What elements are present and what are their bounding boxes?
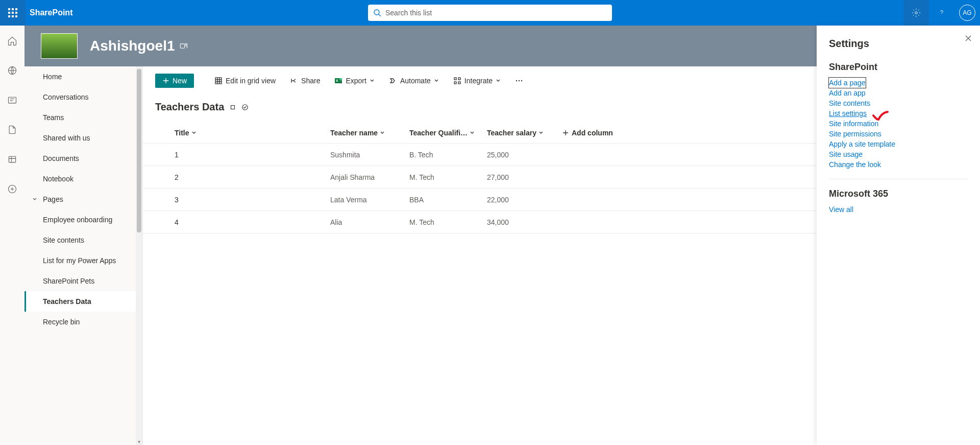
avatar-button[interactable]: AG [954,0,980,26]
teams-icon [179,41,189,51]
app-rail [0,26,24,66]
svg-point-2 [915,12,918,14]
svg-point-8 [186,43,187,45]
rail-home-icon[interactable] [0,32,24,50]
svg-rect-7 [181,44,185,48]
settings-panel: Settings SharePoint Add a page Add an ap… [817,26,980,66]
site-logo[interactable] [41,33,78,59]
search-container [368,5,612,21]
site-title: Ashishgoel1 [90,38,189,54]
rail-globe-icon[interactable] [0,61,24,66]
header-actions: AG [903,0,980,26]
search-icon [373,9,381,17]
close-icon [965,35,972,42]
settings-button[interactable] [903,0,929,26]
panel-section-sharepoint: SharePoint [829,62,968,66]
search-input[interactable] [368,5,612,21]
svg-line-1 [379,14,381,16]
svg-point-0 [374,10,379,15]
waffle-icon [8,8,17,17]
site-title-text[interactable]: Ashishgoel1 [90,38,175,54]
app-launcher-button[interactable] [0,0,26,26]
avatar: AG [959,5,975,21]
close-panel-button[interactable] [965,35,972,42]
app-header: SharePoint AG [0,0,980,26]
app-name[interactable]: SharePoint [30,8,72,17]
panel-title: Settings [829,38,968,50]
help-button[interactable] [929,0,954,26]
